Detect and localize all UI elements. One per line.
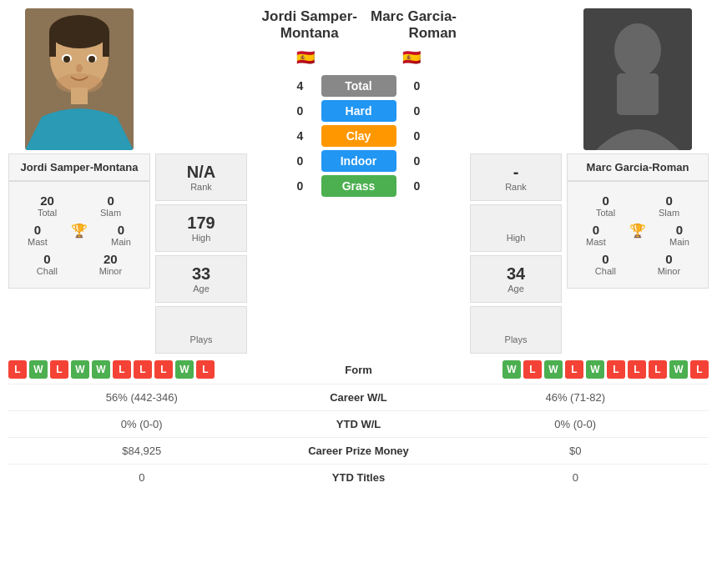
right-stat-total: 0 Total bbox=[596, 193, 615, 218]
left-info-panel: N/A Rank 179 High 33 Age Plays bbox=[155, 153, 247, 354]
right-player-col: Marc Garcia-Roman 0 Total 0 Slam 0 bbox=[567, 8, 709, 289]
comp-center-0: Career W/L bbox=[275, 391, 442, 404]
match-stat-total: 4 Total 0 bbox=[252, 75, 465, 97]
left-plays-box: Plays bbox=[155, 306, 247, 354]
comp-right-1: 0% (0-0) bbox=[442, 418, 709, 430]
left-high-box: 179 High bbox=[155, 204, 247, 252]
trophy-icon-left: 🏆 bbox=[71, 223, 88, 247]
form-badge-l: L bbox=[196, 360, 215, 379]
form-badge-l: L bbox=[154, 360, 173, 379]
form-badge-w: W bbox=[669, 360, 688, 379]
form-badge-l: L bbox=[113, 360, 131, 379]
svg-rect-4 bbox=[103, 32, 109, 57]
svg-rect-11 bbox=[71, 88, 88, 104]
left-player-name-box: Jordi Samper-Montana bbox=[8, 153, 150, 181]
form-badge-l: L bbox=[628, 360, 646, 379]
match-stat-clay: 4 Clay 0 bbox=[252, 125, 465, 147]
form-row: LWLWWLLLWL Form WLWLWLLLWL bbox=[8, 360, 709, 379]
form-badge-l: L bbox=[649, 360, 667, 379]
right-stats-row-2: 0 Mast 🏆 0 Main bbox=[574, 223, 701, 247]
right-info-panel: - Rank High 34 Age Plays bbox=[470, 153, 562, 354]
form-badge-w: W bbox=[29, 360, 48, 379]
left-stat-total: 20 Total bbox=[38, 193, 57, 218]
left-stats-row-2: 0 Mast 🏆 0 Main bbox=[16, 223, 143, 247]
right-stats-row-1: 0 Total 0 Slam bbox=[574, 193, 701, 218]
match-stat-indoor: 0 Indoor 0 bbox=[252, 150, 465, 172]
form-badge-w: W bbox=[71, 360, 89, 379]
comparison-rows: 56% (442-346) Career W/L 46% (71-82) 0% … bbox=[8, 384, 709, 490]
form-badge-l: L bbox=[50, 360, 68, 379]
comparison-row-1: 0% (0-0) YTD W/L 0% (0-0) bbox=[8, 410, 709, 437]
comparison-row-3: 0 YTD Titles 0 bbox=[8, 464, 709, 490]
left-stats-row-1: 20 Total 0 Slam bbox=[16, 193, 143, 218]
left-player-col: Jordi Samper-Montana 20 Total 0 Slam bbox=[8, 8, 150, 289]
svg-rect-3 bbox=[49, 32, 56, 57]
right-player-name: Marc Garcia-Roman bbox=[587, 161, 689, 173]
comp-center-2: Career Prize Money bbox=[275, 445, 442, 457]
right-age-box: 34 Age bbox=[470, 255, 562, 303]
svg-point-8 bbox=[88, 56, 95, 63]
right-stat-chall: 0 Chall bbox=[595, 252, 616, 276]
left-player-name-center: Jordi Samper- Montana bbox=[260, 8, 359, 42]
left-stats-row-3: 0 Chall 20 Minor bbox=[16, 252, 143, 276]
right-rank-box: - Rank bbox=[470, 153, 562, 201]
surface-badge-total: Total bbox=[321, 75, 396, 97]
surface-badge-clay: Clay bbox=[321, 125, 396, 147]
center-col: Jordi Samper- Montana Marc Garcia- Roman… bbox=[252, 8, 465, 200]
right-form-badges: WLWLWLLLWL bbox=[434, 360, 709, 379]
svg-point-7 bbox=[63, 56, 70, 63]
comp-right-0: 46% (71-82) bbox=[442, 391, 709, 404]
left-player-photo bbox=[25, 8, 134, 150]
match-stats: 4 Total 0 0 Hard 0 4 Clay 0 0 bbox=[252, 75, 465, 197]
right-player-photo bbox=[583, 8, 692, 150]
right-stat-main: 0 Main bbox=[669, 223, 689, 247]
right-plays-box: Plays bbox=[470, 306, 562, 354]
comp-left-1: 0% (0-0) bbox=[8, 418, 275, 430]
trophy-icon-right: 🏆 bbox=[629, 223, 646, 247]
comp-center-3: YTD Titles bbox=[275, 471, 442, 484]
left-stat-main: 0 Main bbox=[111, 223, 131, 247]
form-badge-l: L bbox=[134, 360, 152, 379]
right-stat-minor: 0 Minor bbox=[658, 252, 681, 276]
comp-center-1: YTD W/L bbox=[275, 418, 442, 430]
left-age-box: 33 Age bbox=[155, 255, 247, 303]
left-player-avatar-svg bbox=[25, 8, 134, 150]
main-container: Jordi Samper-Montana 20 Total 0 Slam bbox=[0, 0, 717, 499]
right-stat-slam: 0 Slam bbox=[659, 193, 679, 218]
comparison-row-2: $84,925 Career Prize Money $0 bbox=[8, 437, 709, 464]
left-form-badges: LWLWWLLLWL bbox=[8, 360, 284, 379]
comp-right-3: 0 bbox=[442, 471, 709, 484]
left-player-stats-box: 20 Total 0 Slam 0 Mast 🏆 bbox=[8, 181, 150, 289]
left-flag: 🇪🇸 bbox=[296, 48, 315, 67]
left-player-name: Jordi Samper-Montana bbox=[21, 161, 139, 173]
left-stat-slam: 0 Slam bbox=[100, 193, 121, 218]
right-player-name-box: Marc Garcia-Roman bbox=[567, 153, 709, 181]
left-rank-box: N/A Rank bbox=[155, 153, 247, 201]
form-badge-w: W bbox=[92, 360, 110, 379]
svg-point-13 bbox=[614, 23, 661, 77]
right-high-box: High bbox=[470, 204, 562, 252]
form-badge-w: W bbox=[544, 360, 563, 379]
svg-point-2 bbox=[49, 15, 109, 48]
comparison-row-0: 56% (442-346) Career W/L 46% (71-82) bbox=[8, 384, 709, 410]
comp-left-0: 56% (442-346) bbox=[8, 391, 275, 404]
right-player-avatar-svg bbox=[583, 8, 692, 150]
surface-badge-hard: Hard bbox=[321, 100, 396, 122]
right-flag: 🇪🇸 bbox=[402, 48, 421, 67]
comp-right-2: $0 bbox=[442, 445, 709, 457]
right-player-name-center: Marc Garcia- Roman bbox=[359, 8, 457, 42]
form-badge-l: L bbox=[523, 360, 542, 379]
form-badge-w: W bbox=[175, 360, 194, 379]
comp-left-2: $84,925 bbox=[8, 445, 275, 457]
svg-rect-14 bbox=[617, 73, 659, 115]
bottom-section: LWLWWLLLWL Form WLWLWLLLWL 56% (442-346)… bbox=[8, 360, 709, 490]
form-badge-l: L bbox=[690, 360, 709, 379]
match-stat-hard: 0 Hard 0 bbox=[252, 100, 465, 122]
form-label: Form bbox=[284, 364, 434, 376]
right-stat-mast: 0 Mast bbox=[586, 223, 606, 247]
left-stat-mast: 0 Mast bbox=[28, 223, 48, 247]
form-badge-l: L bbox=[565, 360, 583, 379]
right-player-stats-box: 0 Total 0 Slam 0 Mast 🏆 bbox=[567, 181, 709, 289]
left-stat-minor: 20 Minor bbox=[99, 252, 123, 276]
form-badge-w: W bbox=[502, 360, 521, 379]
